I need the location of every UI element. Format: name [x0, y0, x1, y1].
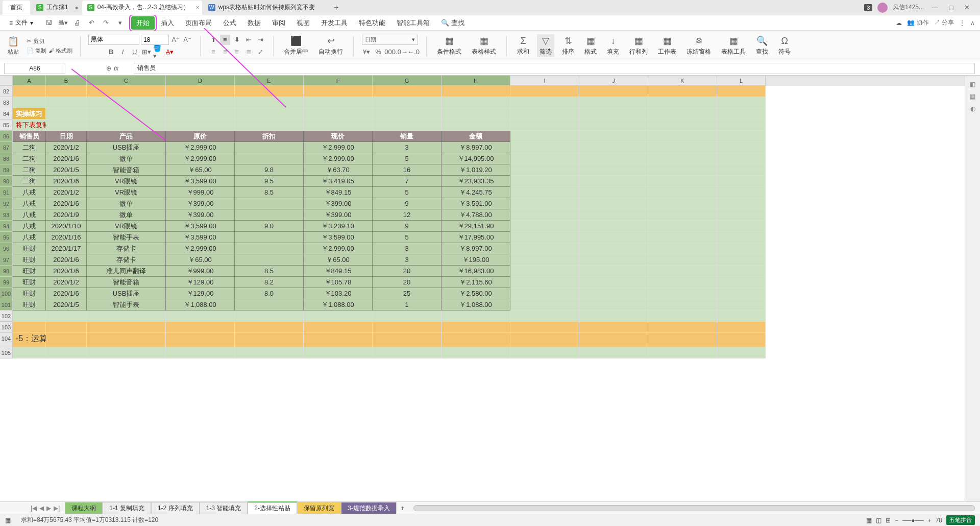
sheet-tab[interactable]: 3-规范数据录入	[341, 502, 397, 514]
row-header[interactable]: 95	[0, 232, 13, 243]
cell[interactable]	[717, 198, 766, 209]
cell[interactable]: 折扣	[235, 131, 304, 142]
cell[interactable]: 1	[373, 299, 442, 310]
number-format-select[interactable]: 日期▾	[362, 35, 418, 45]
cell[interactable]	[579, 142, 648, 153]
cell[interactable]: 八戒	[13, 209, 46, 221]
symbol-button[interactable]: Ω符号	[776, 35, 793, 57]
sheet-button[interactable]: ▦工作表	[655, 34, 679, 57]
cell[interactable]	[648, 243, 717, 254]
align-justify-icon[interactable]: ≣	[243, 47, 254, 57]
cell[interactable]	[373, 310, 442, 322]
cell[interactable]: ￥4,788.00	[442, 209, 510, 221]
cell[interactable]: 9.5	[235, 176, 304, 187]
cell[interactable]	[235, 299, 304, 310]
cell[interactable]: ￥399.00	[304, 209, 373, 221]
cell[interactable]	[510, 347, 579, 358]
cell[interactable]: 微单	[87, 153, 166, 164]
cell[interactable]: 2020/1/6	[46, 288, 87, 299]
zoom-out-button[interactable]: −	[895, 517, 898, 524]
close-button[interactable]: ✕	[962, 4, 972, 11]
cloud-icon[interactable]: ☁	[896, 19, 902, 27]
cell[interactable]	[510, 288, 579, 299]
cell[interactable]: 将下表复制并选择性粘贴为保留原列宽到新的《保留原列宽》工作表中	[13, 119, 46, 131]
cell[interactable]	[648, 108, 717, 119]
cell[interactable]: ￥1,088.00	[442, 299, 510, 310]
cell[interactable]	[510, 221, 579, 232]
cell[interactable]	[442, 97, 510, 108]
maximize-button[interactable]: ◻	[946, 4, 957, 11]
tab-add-button[interactable]: +	[329, 3, 344, 12]
tab-doc3[interactable]: Wwps表格粘贴时如何保持原列宽不变	[203, 1, 328, 15]
rowcol-button[interactable]: ▦行和列	[627, 34, 650, 57]
cell[interactable]	[717, 209, 766, 221]
cell[interactable]	[648, 266, 717, 277]
cell[interactable]: ￥3,591.00	[442, 198, 510, 209]
cell[interactable]: 实操练习	[13, 108, 46, 119]
cell[interactable]: 日期	[46, 131, 87, 142]
fx-icon[interactable]: fx	[114, 65, 118, 72]
cell[interactable]	[304, 97, 373, 108]
cell[interactable]: 旺财	[13, 266, 46, 277]
cell[interactable]	[87, 333, 166, 347]
cell[interactable]	[13, 86, 46, 97]
format-painter-button[interactable]: 🖌 格式刷	[48, 47, 72, 55]
col-header[interactable]: D	[166, 76, 235, 86]
cell[interactable]	[579, 153, 648, 164]
cell[interactable]	[46, 119, 87, 131]
collapse-ribbon-icon[interactable]: ∧	[970, 19, 975, 27]
cell[interactable]: 8.5	[235, 187, 304, 198]
cell[interactable]	[510, 142, 579, 153]
row-header[interactable]: 102	[0, 310, 13, 322]
cell[interactable]	[579, 198, 648, 209]
cell[interactable]: 20	[373, 266, 442, 277]
cell[interactable]: ￥4,245.75	[442, 187, 510, 198]
cell[interactable]: ￥2,580.00	[442, 288, 510, 299]
cut-button[interactable]: ✂剪切	[27, 37, 44, 45]
cell[interactable]	[13, 310, 46, 322]
ime-badge[interactable]: 五笔拼音	[946, 515, 975, 525]
menu-start[interactable]: 开始	[131, 16, 155, 30]
cell[interactable]	[442, 108, 510, 119]
decrease-font-icon[interactable]: A⁻	[182, 35, 192, 45]
cell[interactable]	[510, 299, 579, 310]
cell[interactable]: ￥2,999.00	[166, 153, 235, 164]
wrap-button[interactable]: ↩自动换行	[316, 34, 346, 57]
horizontal-scrollbar[interactable]	[413, 505, 975, 511]
cell[interactable]	[579, 243, 648, 254]
cell[interactable]: 微单	[87, 209, 166, 221]
sort-button[interactable]: ⇅排序	[559, 34, 577, 57]
cell[interactable]: ￥103.20	[304, 288, 373, 299]
menu-special[interactable]: 特色功能	[354, 16, 390, 30]
freeze-button[interactable]: ❄冻结窗格	[684, 34, 714, 57]
col-header[interactable]: J	[579, 76, 648, 86]
cell[interactable]: ￥3,599.00	[166, 176, 235, 187]
cell[interactable]: 2020/1/2	[46, 277, 87, 288]
cell[interactable]: ￥1,088.00	[304, 299, 373, 310]
align-right-icon[interactable]: ≡	[232, 47, 242, 57]
cell[interactable]	[648, 232, 717, 243]
cell[interactable]	[648, 97, 717, 108]
cell[interactable]: 5	[373, 153, 442, 164]
zoom-value[interactable]: 70	[936, 517, 942, 524]
cell[interactable]	[373, 119, 442, 131]
cell[interactable]: 销量	[373, 131, 442, 142]
cell[interactable]: ￥2,999.00	[166, 142, 235, 153]
cell[interactable]	[648, 347, 717, 358]
cell[interactable]: 9.0	[235, 221, 304, 232]
cell[interactable]	[304, 86, 373, 97]
cell[interactable]	[510, 131, 579, 142]
cell[interactable]: 2020/1/17	[46, 243, 87, 254]
row-header[interactable]: 104	[0, 333, 13, 347]
cell[interactable]: 旺财	[13, 243, 46, 254]
cell[interactable]	[13, 97, 46, 108]
cell[interactable]	[579, 119, 648, 131]
cell[interactable]: ￥105.78	[304, 277, 373, 288]
indent-inc-icon[interactable]: ⇥	[255, 35, 265, 45]
cell[interactable]: 16	[373, 164, 442, 176]
select-all-corner[interactable]	[0, 76, 13, 86]
cell[interactable]: 2020/1/5	[46, 299, 87, 310]
cell[interactable]: 存储卡	[87, 243, 166, 254]
cell[interactable]	[235, 86, 304, 97]
cell[interactable]	[373, 333, 442, 347]
